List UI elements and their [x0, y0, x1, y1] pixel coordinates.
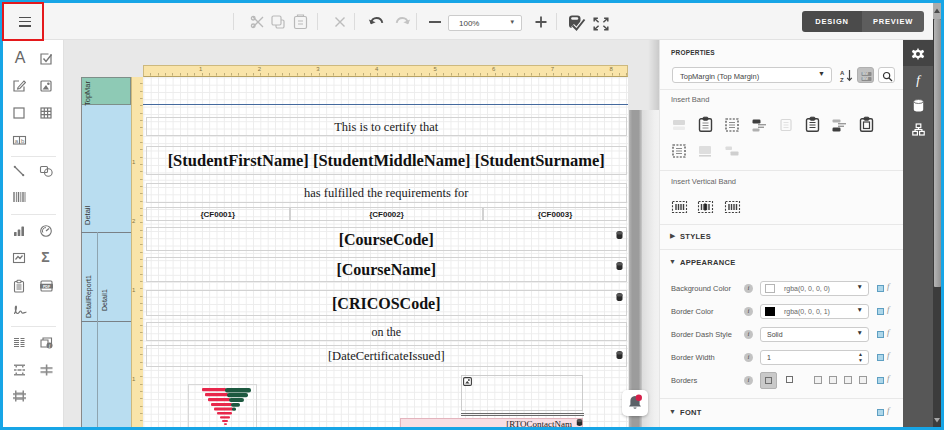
svg-text:Z: Z	[840, 77, 844, 83]
svg-text:b: b	[21, 138, 25, 144]
svg-text:IBM: IBM	[862, 72, 868, 76]
svg-text:a: a	[15, 138, 19, 144]
svg-text:IBM: IBM	[862, 77, 868, 81]
svg-text:PDF: PDF	[42, 285, 50, 289]
svg-text:A: A	[840, 70, 845, 76]
